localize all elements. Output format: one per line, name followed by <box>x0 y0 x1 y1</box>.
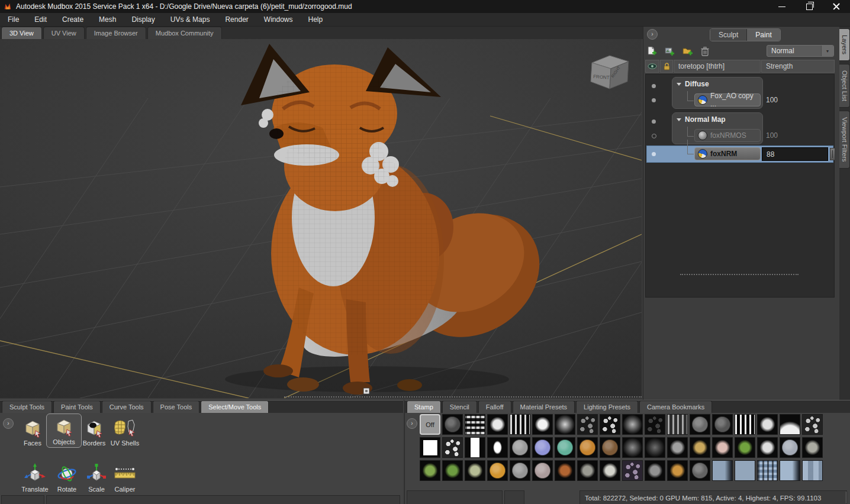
stamp-splat-rust[interactable] <box>555 460 575 481</box>
stamp-panel-blue-split[interactable] <box>712 460 733 481</box>
side-tab-object-list[interactable]: Object List <box>839 64 850 108</box>
visibility-column-header[interactable] <box>645 60 659 73</box>
stamp-splat-faint[interactable] <box>645 437 665 458</box>
layer-set-name[interactable]: toretopo [thtrh] <box>674 60 761 73</box>
layer-foxnrmos[interactable]: foxNRMOS <box>694 129 761 142</box>
menu-windows[interactable]: Windows <box>256 13 301 26</box>
tool-faces[interactable]: Faces <box>15 416 50 447</box>
panel-resize-handle[interactable] <box>680 274 799 275</box>
group-diffuse-label-row[interactable]: Diffuse <box>677 80 709 88</box>
collapse-triangle-icon[interactable] <box>677 83 681 86</box>
tab-curve-tools[interactable]: Curve Tools <box>102 400 152 413</box>
layer-foxnrm[interactable]: foxNRM <box>694 147 761 160</box>
stamp-sprig-green[interactable] <box>420 460 440 481</box>
stamp-cells-orange[interactable] <box>487 460 508 481</box>
stamp-tartan[interactable] <box>465 414 485 435</box>
stamp-splat-star[interactable] <box>532 414 553 435</box>
tab-image-browser[interactable]: Image Browser <box>86 27 146 39</box>
tab-uv-view[interactable]: UV View <box>43 27 85 39</box>
stamp-plaid-blue[interactable] <box>757 460 778 481</box>
tab-paint-tools[interactable]: Paint Tools <box>53 400 101 413</box>
stamp-speckle-circle[interactable] <box>712 414 733 435</box>
new-layer-button[interactable] <box>646 46 658 57</box>
stamp-crystals-white[interactable] <box>757 437 778 458</box>
stamp-cells-teal[interactable] <box>555 437 575 458</box>
visibility-dot-foxnrmos-hidden[interactable] <box>652 134 656 138</box>
stamp-noise-dark[interactable] <box>645 414 665 435</box>
visibility-dot-diffuse[interactable] <box>652 84 656 88</box>
visibility-dot-normal-map[interactable] <box>652 119 656 124</box>
stamp-splat-gray2[interactable] <box>645 460 665 481</box>
collapse-triangle-icon[interactable] <box>677 118 681 121</box>
tab-stamp[interactable]: Stamp <box>407 400 441 413</box>
stamp-checks-blue[interactable] <box>802 460 823 481</box>
tab-lighting-presets[interactable]: Lighting Presets <box>576 400 638 413</box>
visibility-dot-foxnrm[interactable] <box>652 152 656 156</box>
tab-select-move-tools[interactable]: Select/Move Tools <box>201 400 269 413</box>
stamp-speckle-gray[interactable] <box>510 460 530 481</box>
visibility-dot-fox-ao[interactable] <box>652 98 656 102</box>
stamp-crystal-circle[interactable] <box>780 437 800 458</box>
stamp-leaves-green[interactable] <box>735 437 755 458</box>
tool-caliper[interactable]: Caliper <box>108 462 142 493</box>
tray-splitter-handle[interactable] <box>284 396 642 398</box>
stamp-stripes-crisp[interactable] <box>735 414 755 435</box>
stamp-bar-white[interactable] <box>465 437 485 458</box>
stamp-soft-mountain[interactable] <box>555 414 575 435</box>
stamp-rocks-gray[interactable] <box>667 437 688 458</box>
tray-collapse-button[interactable]: › <box>3 418 14 429</box>
stamp-lens[interactable] <box>487 437 508 458</box>
tab-sculpt-tools[interactable]: Sculpt Tools <box>2 400 52 413</box>
stamp-stripes-soft[interactable] <box>667 414 688 435</box>
viewport-3d[interactable]: FRONT RIGHT <box>0 39 642 398</box>
menu-file[interactable]: File <box>0 13 27 26</box>
delete-layer-button[interactable] <box>699 46 711 57</box>
menu-render[interactable]: Render <box>217 13 256 26</box>
stamp-splatter-specks[interactable] <box>600 414 620 435</box>
tab-pose-tools[interactable]: Pose Tools <box>153 400 200 413</box>
stamp-off-button[interactable]: Off <box>420 414 440 435</box>
tab-stencil[interactable]: Stencil <box>442 400 477 413</box>
stamp-crackle-circle[interactable] <box>690 414 710 435</box>
blend-mode-dropdown[interactable]: Normal ▾ <box>767 45 834 57</box>
new-folder-button[interactable] <box>681 46 693 57</box>
layer-fox-ao[interactable]: Fox_AO copy ... <box>694 93 761 106</box>
menu-display[interactable]: Display <box>124 13 162 26</box>
stamp-dome-gradient[interactable] <box>780 414 800 435</box>
stamp-paper-white[interactable] <box>420 437 440 458</box>
stamp-bubbles-violet[interactable] <box>532 437 553 458</box>
tab-material-presets[interactable]: Material Presets <box>513 400 575 413</box>
tool-borders[interactable]: Borders <box>77 416 111 447</box>
stamp-lava-amber[interactable] <box>577 437 598 458</box>
lock-column-header[interactable] <box>660 60 673 73</box>
tab-mudbox-community[interactable]: Mudbox Community <box>147 27 222 39</box>
stamp-streaks-vertical[interactable] <box>510 414 530 435</box>
tab-3d-view[interactable]: 3D View <box>1 27 42 39</box>
stamp-moss-green[interactable] <box>442 460 463 481</box>
stamp-sparkle-splat[interactable] <box>757 414 778 435</box>
layer-foxnrmos-strength[interactable]: 100 <box>766 131 778 140</box>
panel-collapse-button[interactable]: › <box>647 29 658 40</box>
tray-collapse-button[interactable]: › <box>407 418 417 429</box>
stamp-rocks-dark[interactable] <box>690 460 710 481</box>
menu-help[interactable]: Help <box>301 13 331 26</box>
stamp-noise-mid[interactable] <box>577 414 598 435</box>
close-button[interactable] <box>823 0 850 13</box>
stamp-lichen-pale[interactable] <box>465 460 485 481</box>
tool-uv-shells[interactable]: UV Shells <box>108 416 142 447</box>
stamp-smoke-soft[interactable] <box>622 437 643 458</box>
stamp-leaves-tan[interactable] <box>690 437 710 458</box>
tool-objects[interactable]: Objects <box>46 413 82 448</box>
restore-button[interactable] <box>796 0 823 13</box>
side-tab-layers[interactable]: Layers <box>839 28 850 61</box>
menu-edit[interactable]: Edit <box>27 13 54 26</box>
stamp-gradient-blue[interactable] <box>780 460 800 481</box>
stamp-bark-brown[interactable] <box>600 437 620 458</box>
mode-tab-paint[interactable]: Paint <box>747 29 780 41</box>
group-normal-map-label-row[interactable]: Normal Map <box>677 115 726 124</box>
side-tab-viewport-filters[interactable]: Viewport Filters <box>839 111 850 169</box>
selection-handle[interactable] <box>363 388 369 394</box>
layer-foxnrm-strength-input[interactable]: 88 <box>762 147 828 161</box>
stamp-noise-dense[interactable] <box>802 414 823 435</box>
strength-slider-handle[interactable] <box>830 148 835 160</box>
